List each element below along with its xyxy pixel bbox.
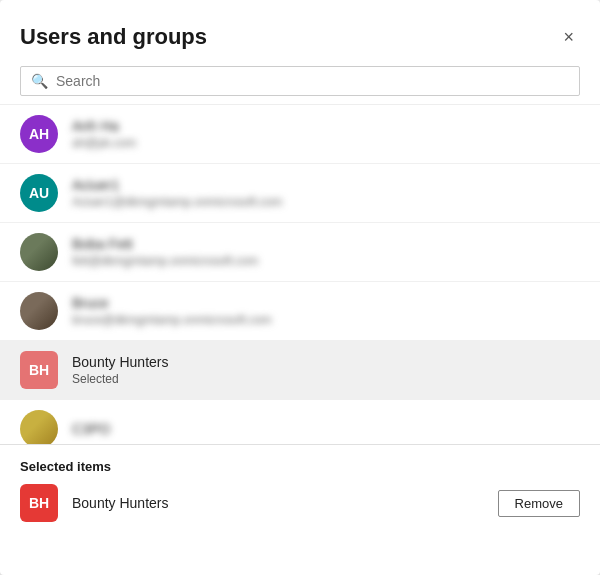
- item-name: Anh Ha: [72, 118, 580, 134]
- item-info: Brucebruce@dkmgmtamp.onmicrosoft.com: [72, 295, 580, 327]
- remove-button[interactable]: Remove: [498, 490, 580, 517]
- item-name: C3PO: [72, 421, 580, 437]
- dialog: Users and groups × 🔍 AHAnh Haah@pk.comAU…: [0, 0, 600, 575]
- item-email: bruce@dkmgmtamp.onmicrosoft.com: [72, 313, 580, 327]
- item-name: Bounty Hunters: [72, 354, 580, 370]
- item-info: Anh Haah@pk.com: [72, 118, 580, 150]
- search-icon: 🔍: [31, 73, 48, 89]
- item-info: C3PO: [72, 421, 580, 437]
- avatar: AU: [20, 174, 58, 212]
- selected-avatar: BH: [20, 484, 58, 522]
- item-name: Boba Fett: [72, 236, 580, 252]
- close-button[interactable]: ×: [557, 24, 580, 50]
- selected-item-name: Bounty Hunters: [72, 495, 169, 511]
- list-item[interactable]: C3PO: [0, 400, 600, 444]
- item-name: Bruce: [72, 295, 580, 311]
- user-list: AHAnh Haah@pk.comAUAciuer1Aciuer1@dkmgmt…: [0, 104, 600, 444]
- item-status: Selected: [72, 372, 580, 386]
- search-bar: 🔍: [20, 66, 580, 96]
- selected-item: BHBounty HuntersRemove: [20, 484, 580, 522]
- item-info: Bounty HuntersSelected: [72, 354, 580, 386]
- list-item[interactable]: BHBounty HuntersSelected: [0, 341, 600, 400]
- selected-items-label: Selected items: [20, 459, 580, 474]
- list-item[interactable]: AUAciuer1Aciuer1@dkmgmtamp.onmicrosoft.c…: [0, 164, 600, 223]
- avatar: BH: [20, 351, 58, 389]
- dialog-title: Users and groups: [20, 24, 207, 50]
- item-email: ah@pk.com: [72, 136, 580, 150]
- avatar: [20, 410, 58, 444]
- item-email: fett@dkmgmtamp.onmicrosoft.com: [72, 254, 580, 268]
- avatar: [20, 292, 58, 330]
- list-item[interactable]: Brucebruce@dkmgmtamp.onmicrosoft.com: [0, 282, 600, 341]
- avatar: AH: [20, 115, 58, 153]
- item-info: Aciuer1Aciuer1@dkmgmtamp.onmicrosoft.com: [72, 177, 580, 209]
- list-item[interactable]: Boba Fettfett@dkmgmtamp.onmicrosoft.com: [0, 223, 600, 282]
- list-item[interactable]: AHAnh Haah@pk.com: [0, 105, 600, 164]
- search-input[interactable]: [56, 73, 569, 89]
- item-info: Boba Fettfett@dkmgmtamp.onmicrosoft.com: [72, 236, 580, 268]
- item-name: Aciuer1: [72, 177, 580, 193]
- selected-section: Selected items BHBounty HuntersRemove: [0, 444, 600, 542]
- item-email: Aciuer1@dkmgmtamp.onmicrosoft.com: [72, 195, 580, 209]
- dialog-header: Users and groups ×: [0, 24, 600, 66]
- avatar: [20, 233, 58, 271]
